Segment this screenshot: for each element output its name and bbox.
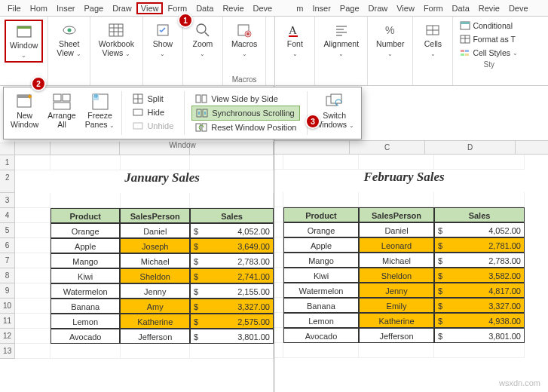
table-cell[interactable]: $2,783.00 xyxy=(190,253,274,268)
table-cell[interactable]: $4,817.00 xyxy=(434,283,525,298)
col-header-d[interactable]: D xyxy=(425,141,516,154)
row-header[interactable]: 9 xyxy=(0,283,15,299)
table-cell[interactable]: Avocado xyxy=(283,328,359,343)
table-cell[interactable]: $3,649.00 xyxy=(190,238,274,253)
table-cell[interactable]: $3,582.00 xyxy=(434,268,525,283)
freeze-panes-button[interactable]: ❄ FreezePanes ⌄ xyxy=(81,90,120,136)
table-cell[interactable]: Orange xyxy=(283,222,359,237)
row-header[interactable]: 5 xyxy=(0,223,15,238)
table-cell[interactable]: Jefferson xyxy=(359,328,434,343)
table-cell[interactable]: Apple xyxy=(283,237,359,253)
row-header[interactable]: 1 xyxy=(0,155,15,170)
row-header[interactable]: 2 xyxy=(0,170,15,193)
table-cell[interactable]: $3,801.00 xyxy=(190,329,274,344)
alignment-button[interactable]: Alignment⌄ xyxy=(320,20,363,60)
table-cell[interactable]: Mango xyxy=(283,253,359,268)
row-header[interactable]: 12 xyxy=(0,329,15,344)
arrange-all-button[interactable]: ArrangeAll xyxy=(43,90,80,136)
table-cell[interactable]: $2,783.00 xyxy=(434,253,525,268)
tab-page[interactable]: Page xyxy=(79,2,108,14)
table-cell[interactable]: Watermelon xyxy=(51,283,121,299)
cell-styles-button[interactable]: Cell Styles ⌄ xyxy=(458,47,520,59)
col-header-c[interactable]: C xyxy=(350,141,425,154)
table-header[interactable]: Product xyxy=(51,208,121,223)
table-header[interactable]: Sales xyxy=(190,208,274,223)
table-cell[interactable]: Sheldon xyxy=(359,268,434,283)
table-cell[interactable]: Lemon xyxy=(51,314,121,329)
reset-window-position-button[interactable]: Reset Window Position xyxy=(191,121,300,134)
table-cell[interactable]: Banana xyxy=(283,298,359,313)
number-button[interactable]: % Number⌄ xyxy=(372,20,408,60)
table-cell[interactable]: $2,781.00 xyxy=(434,237,525,253)
table-cell[interactable]: Michael xyxy=(120,253,190,268)
table-cell[interactable]: Katherine xyxy=(120,314,190,329)
table-cell[interactable]: Jenny xyxy=(120,283,190,299)
table-cell[interactable]: $4,052.00 xyxy=(190,223,274,238)
row-header[interactable]: 11 xyxy=(0,314,15,329)
table-cell[interactable]: $2,575.00 xyxy=(190,314,274,329)
tab-revie[interactable]: Revie xyxy=(474,2,504,14)
table-cell[interactable]: Banana xyxy=(51,299,121,314)
row-header[interactable]: 10 xyxy=(0,299,15,314)
tab-deve[interactable]: Deve xyxy=(249,2,277,14)
table-cell[interactable]: Kiwi xyxy=(283,268,359,283)
tab-hom[interactable]: Hom xyxy=(26,2,52,14)
table-header[interactable]: SalesPerson xyxy=(359,207,434,222)
table-cell[interactable]: $2,741.00 xyxy=(190,268,274,283)
tab-inser[interactable]: Inser xyxy=(308,2,335,14)
tab-page[interactable]: Page xyxy=(335,2,364,14)
tab-form[interactable]: Form xyxy=(419,2,448,14)
tab-data[interactable]: Data xyxy=(448,2,474,14)
table-cell[interactable]: Katherine xyxy=(359,313,434,328)
table-header[interactable]: Sales xyxy=(434,207,525,222)
tab-view[interactable]: View xyxy=(136,2,164,14)
tab-view[interactable]: View xyxy=(392,2,419,14)
tab-form[interactable]: Form xyxy=(163,2,191,14)
table-cell[interactable]: Amy xyxy=(120,299,190,314)
split-button[interactable]: Split xyxy=(129,92,177,106)
table-cell[interactable]: $4,052.00 xyxy=(434,222,525,237)
table-cell[interactable]: Jefferson xyxy=(120,329,190,344)
table-cell[interactable]: Watermelon xyxy=(283,283,359,298)
table-cell[interactable]: Daniel xyxy=(359,222,434,237)
table-cell[interactable]: Lemon xyxy=(283,313,359,328)
tab-m[interactable]: m xyxy=(292,2,308,14)
table-cell[interactable]: Orange xyxy=(51,223,121,238)
row-header[interactable]: 7 xyxy=(0,253,15,268)
synchronous-scrolling-button[interactable]: Synchronous Scrolling xyxy=(191,106,300,121)
tab-draw[interactable]: Draw xyxy=(364,2,393,14)
switch-windows-button[interactable]: SwitchWindows ⌄ xyxy=(310,90,359,136)
row-header[interactable]: 8 xyxy=(0,268,15,283)
view-side-by-side-button[interactable]: View Side by Side xyxy=(191,92,300,106)
macros-button[interactable]: Macros⌄ xyxy=(228,20,261,60)
tab-draw[interactable]: Draw xyxy=(108,2,136,14)
table-cell[interactable]: Michael xyxy=(359,253,434,268)
table-cell[interactable]: $3,801.00 xyxy=(434,328,525,343)
table-cell[interactable]: Avocado xyxy=(51,329,121,344)
table-cell[interactable]: Leonard xyxy=(359,237,434,253)
font-button[interactable]: A Font⌄ xyxy=(280,20,310,60)
table-cell[interactable]: Emily xyxy=(359,298,434,313)
row-header[interactable]: 6 xyxy=(0,238,15,253)
tab-data[interactable]: Data xyxy=(191,2,218,14)
table-cell[interactable]: $4,938.00 xyxy=(434,313,525,328)
table-cell[interactable]: Mango xyxy=(51,253,121,268)
table-cell[interactable]: $2,155.00 xyxy=(190,283,274,299)
table-cell[interactable]: $3,327.00 xyxy=(190,299,274,314)
row-header[interactable]: 3 xyxy=(0,193,15,208)
table-cell[interactable]: Daniel xyxy=(120,223,190,238)
table-header[interactable]: Product xyxy=(283,207,359,222)
table-cell[interactable]: Sheldon xyxy=(120,268,190,283)
table-header[interactable]: SalesPerson xyxy=(120,208,190,223)
table-cell[interactable]: Kiwi xyxy=(51,268,121,283)
tab-revie[interactable]: Revie xyxy=(218,2,248,14)
cells-button[interactable]: Cells⌄ xyxy=(418,20,448,60)
tab-file[interactable]: File xyxy=(3,2,26,14)
tab-deve[interactable]: Deve xyxy=(504,2,533,14)
table-cell[interactable]: Apple xyxy=(51,238,121,253)
zoom-button[interactable]: Zoom⌄ xyxy=(188,20,218,60)
row-header[interactable]: 13 xyxy=(0,344,15,359)
tab-inser[interactable]: Inser xyxy=(52,2,79,14)
table-cell[interactable]: Jenny xyxy=(359,283,434,298)
conditional-formatting-button[interactable]: Conditional xyxy=(458,20,520,32)
